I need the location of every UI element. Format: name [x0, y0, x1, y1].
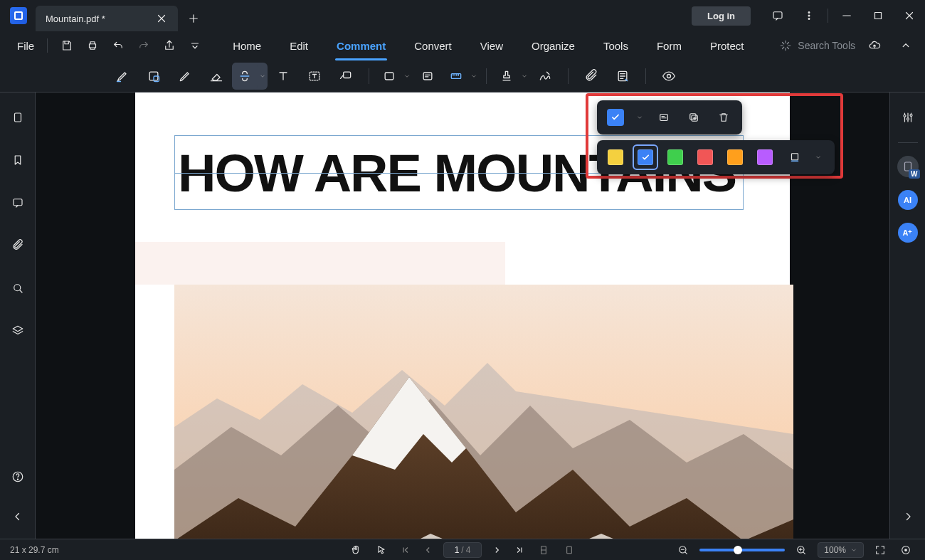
canvas[interactable]: HOW ARE MOUNTAINS FORMED?	[36, 93, 889, 539]
attachments-panel-button[interactable]	[6, 233, 30, 258]
chevron-right-icon	[902, 510, 914, 523]
properties-button[interactable]	[896, 105, 920, 130]
annotation-type-dropdown[interactable]	[633, 105, 647, 130]
comments-panel-button[interactable]	[6, 191, 30, 215]
first-page-button[interactable]	[398, 542, 413, 558]
search-tools[interactable]: Search Tools	[779, 39, 855, 52]
window-minimize-button[interactable]	[831, 0, 862, 31]
more-button[interactable]	[793, 0, 825, 31]
last-page-button[interactable]	[512, 542, 527, 558]
left-sidepanel	[0, 93, 36, 539]
menu-home[interactable]: Home	[218, 36, 275, 56]
svg-point-34	[905, 549, 907, 551]
shapes-dropdown[interactable]	[402, 63, 412, 90]
convert-word-button[interactable]	[897, 156, 919, 177]
color-swatch-blue[interactable]	[633, 144, 658, 170]
menu-file[interactable]: File	[7, 36, 44, 56]
read-mode-button[interactable]	[897, 541, 915, 559]
page-number-input[interactable]: 1 / 4	[443, 542, 482, 558]
fullscreen-button[interactable]	[871, 541, 889, 559]
view-mode-continuous-button[interactable]	[534, 541, 553, 559]
cloud-upload-button[interactable]	[862, 33, 887, 58]
shapes-tool[interactable]	[376, 63, 412, 90]
menu-comment[interactable]: Comment	[322, 36, 400, 56]
bookmarks-button[interactable]	[6, 148, 30, 172]
menu-convert[interactable]: Convert	[400, 36, 466, 56]
document-tab[interactable]: Mountain.pdf *	[36, 6, 178, 31]
callout-tool[interactable]	[330, 63, 361, 90]
eraser-tool[interactable]	[201, 63, 232, 90]
color-swatch-purple[interactable]	[752, 144, 778, 170]
zoom-controls: 100%	[674, 541, 915, 559]
note-tool[interactable]	[412, 63, 443, 90]
pencil-tool[interactable]	[169, 63, 201, 90]
chat-icon	[11, 196, 24, 209]
feedback-button[interactable]	[762, 0, 793, 31]
redo-button[interactable]	[132, 33, 156, 58]
select-tool-button[interactable]	[372, 541, 391, 559]
translate-button[interactable]: A⁺	[898, 223, 918, 243]
share-button[interactable]	[157, 33, 181, 58]
mountain-photo-icon	[174, 285, 793, 539]
note-lines-icon	[657, 111, 670, 124]
add-note-button[interactable]	[651, 105, 677, 130]
zoom-in-button[interactable]	[792, 541, 810, 559]
custom-color-button[interactable]	[782, 144, 808, 170]
strikethrough-dropdown[interactable]	[258, 63, 268, 90]
color-swatch-green[interactable]	[662, 144, 688, 170]
menu-protect[interactable]: Protect	[696, 36, 758, 56]
menu-form[interactable]: Form	[643, 36, 696, 56]
save-button[interactable]	[55, 33, 79, 58]
copy-annotation-button[interactable]	[681, 105, 707, 130]
apply-annotation-button[interactable]	[603, 105, 628, 130]
collapse-panel-button[interactable]	[6, 504, 30, 529]
stamp-dropdown[interactable]	[519, 63, 529, 90]
print-button[interactable]	[80, 33, 105, 58]
collapse-ribbon-button[interactable]	[894, 33, 918, 58]
zoom-slider[interactable]	[699, 549, 785, 551]
tab-add-button[interactable]	[182, 7, 205, 30]
signature-tool[interactable]	[529, 63, 561, 90]
strikethrough-tool[interactable]	[232, 63, 268, 90]
pencil-icon	[178, 69, 192, 83]
zoom-out-button[interactable]	[674, 541, 692, 559]
menu-view[interactable]: View	[466, 36, 517, 56]
color-swatch-yellow[interactable]	[603, 144, 628, 170]
thumbnails-button[interactable]	[6, 105, 30, 130]
color-swatch-orange[interactable]	[722, 144, 748, 170]
quick-dropdown-button[interactable]	[183, 33, 207, 58]
expand-right-panel-button[interactable]	[896, 504, 920, 529]
login-button[interactable]: Log in	[692, 6, 751, 26]
search-panel-button[interactable]	[6, 276, 30, 300]
color-dropdown-button[interactable]	[812, 144, 825, 170]
hide-comments-tool[interactable]	[653, 63, 684, 90]
ai-assistant-button[interactable]: AI	[898, 190, 918, 210]
layers-panel-button[interactable]	[6, 319, 30, 343]
stamp-tool[interactable]	[494, 63, 529, 90]
hand-tool-button[interactable]	[347, 541, 365, 559]
tab-close-button[interactable]	[155, 12, 168, 25]
prev-page-button[interactable]	[421, 542, 436, 558]
text-tool[interactable]	[268, 63, 299, 90]
window-close-button[interactable]	[894, 0, 925, 31]
ruler-icon	[449, 69, 463, 83]
message-icon	[771, 9, 784, 22]
undo-button[interactable]	[106, 33, 130, 58]
help-button[interactable]	[6, 465, 30, 489]
delete-annotation-button[interactable]	[711, 105, 736, 130]
next-page-button[interactable]	[489, 542, 504, 558]
area-highlight-tool[interactable]	[138, 63, 169, 90]
menu-tools[interactable]: Tools	[589, 36, 643, 56]
color-swatch-red[interactable]	[692, 144, 718, 170]
view-mode-single-button[interactable]	[560, 541, 578, 559]
menu-edit[interactable]: Edit	[275, 36, 322, 56]
attachment-tool[interactable]	[576, 63, 607, 90]
text-box-tool[interactable]	[299, 63, 330, 90]
highlight-tool[interactable]	[107, 63, 138, 90]
menu-organize[interactable]: Organize	[517, 36, 589, 56]
zoom-level-dropdown[interactable]: 100%	[818, 542, 864, 558]
window-maximize-button[interactable]	[862, 0, 894, 31]
measure-tool[interactable]	[443, 63, 479, 90]
measure-dropdown[interactable]	[469, 63, 479, 90]
manage-comments-tool[interactable]	[607, 63, 638, 90]
